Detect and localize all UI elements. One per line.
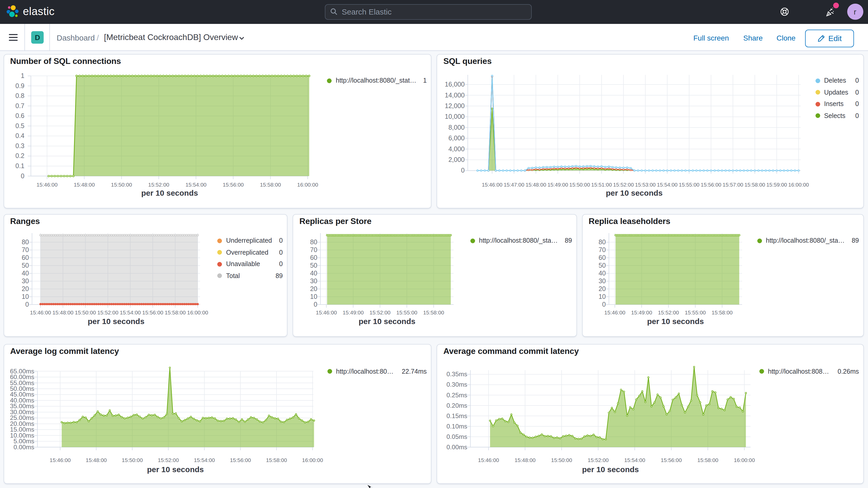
svg-text:8,000: 8,000 bbox=[448, 124, 465, 131]
svg-text:0.4: 0.4 bbox=[15, 132, 24, 139]
svg-text:15:46:00: 15:46:00 bbox=[316, 309, 337, 315]
svg-text:15:54:00: 15:54:00 bbox=[120, 309, 141, 315]
svg-text:15:48:00: 15:48:00 bbox=[525, 182, 546, 188]
svg-text:15:55:00: 15:55:00 bbox=[684, 309, 706, 315]
svg-text:0.20ms: 0.20ms bbox=[446, 402, 467, 409]
svg-text:0.00ms: 0.00ms bbox=[446, 444, 467, 451]
svg-text:12,000: 12,000 bbox=[445, 102, 465, 110]
svg-text:15:59:00: 15:59:00 bbox=[766, 182, 787, 188]
svg-text:4,000: 4,000 bbox=[448, 145, 465, 153]
svg-text:15:51:00: 15:51:00 bbox=[591, 182, 612, 188]
svg-text:15:56:00: 15:56:00 bbox=[230, 457, 251, 463]
svg-text:15:54:00: 15:54:00 bbox=[624, 457, 645, 463]
svg-text:15:58:00: 15:58:00 bbox=[259, 182, 281, 188]
svg-text:20: 20 bbox=[310, 285, 317, 292]
svg-text:14,000: 14,000 bbox=[445, 91, 465, 99]
svg-text:70: 70 bbox=[310, 246, 317, 253]
svg-text:15:46:00: 15:46:00 bbox=[482, 182, 502, 188]
svg-text:15:48:00: 15:48:00 bbox=[86, 457, 106, 463]
svg-text:0.1: 0.1 bbox=[15, 162, 24, 170]
svg-text:15:57:00: 15:57:00 bbox=[723, 182, 743, 188]
svg-text:60: 60 bbox=[598, 254, 606, 261]
svg-text:per 10 seconds: per 10 seconds bbox=[647, 317, 704, 326]
svg-text:15:58:00: 15:58:00 bbox=[697, 457, 718, 463]
svg-text:40: 40 bbox=[598, 270, 606, 277]
svg-text:16:00:00: 16:00:00 bbox=[734, 457, 755, 463]
svg-text:10: 10 bbox=[21, 293, 29, 300]
svg-text:15:54:00: 15:54:00 bbox=[194, 457, 215, 463]
svg-text:2,000: 2,000 bbox=[448, 156, 465, 163]
svg-text:15:56:00: 15:56:00 bbox=[701, 182, 721, 188]
svg-text:15:52:00: 15:52:00 bbox=[370, 309, 391, 315]
svg-text:80: 80 bbox=[21, 238, 29, 246]
svg-text:0: 0 bbox=[461, 166, 465, 174]
svg-text:20: 20 bbox=[598, 285, 606, 292]
svg-text:0.15ms: 0.15ms bbox=[446, 413, 467, 419]
svg-text:15:55:00: 15:55:00 bbox=[396, 309, 417, 315]
svg-text:per 10 seconds: per 10 seconds bbox=[359, 317, 415, 326]
svg-text:per 10 seconds: per 10 seconds bbox=[582, 465, 639, 474]
svg-text:0.2: 0.2 bbox=[15, 152, 24, 159]
svg-text:per 10 seconds: per 10 seconds bbox=[606, 189, 662, 197]
svg-text:0.5: 0.5 bbox=[15, 122, 24, 129]
svg-text:0: 0 bbox=[314, 301, 317, 308]
svg-text:30: 30 bbox=[310, 277, 317, 284]
svg-text:0: 0 bbox=[21, 172, 24, 180]
svg-text:15:46:00: 15:46:00 bbox=[36, 182, 57, 188]
svg-text:15:54:00: 15:54:00 bbox=[657, 182, 678, 188]
svg-text:0.05ms: 0.05ms bbox=[446, 433, 467, 440]
svg-text:15:58:00: 15:58:00 bbox=[164, 309, 186, 315]
svg-text:70: 70 bbox=[598, 246, 606, 253]
svg-text:0.3: 0.3 bbox=[15, 142, 24, 149]
svg-text:70: 70 bbox=[21, 246, 29, 253]
svg-text:0.10ms: 0.10ms bbox=[446, 423, 467, 430]
svg-text:10,000: 10,000 bbox=[445, 113, 465, 120]
svg-text:0: 0 bbox=[25, 301, 29, 308]
svg-text:15:58:00: 15:58:00 bbox=[711, 309, 732, 315]
svg-text:15:49:00: 15:49:00 bbox=[343, 309, 364, 315]
svg-text:15:49:00: 15:49:00 bbox=[548, 182, 568, 188]
svg-text:15:50:00: 15:50:00 bbox=[551, 457, 572, 463]
svg-text:15:47:00: 15:47:00 bbox=[504, 182, 524, 188]
svg-text:15:52:00: 15:52:00 bbox=[658, 309, 679, 315]
svg-text:15:49:00: 15:49:00 bbox=[631, 309, 652, 315]
svg-text:15:52:00: 15:52:00 bbox=[613, 182, 633, 188]
svg-text:40: 40 bbox=[21, 270, 29, 277]
svg-text:1: 1 bbox=[21, 72, 24, 79]
svg-text:15:50:00: 15:50:00 bbox=[122, 457, 143, 463]
svg-text:0: 0 bbox=[602, 301, 606, 308]
svg-text:6,000: 6,000 bbox=[448, 134, 465, 142]
svg-text:50: 50 bbox=[598, 262, 606, 269]
svg-text:per 10 seconds: per 10 seconds bbox=[141, 189, 197, 197]
svg-text:15:52:00: 15:52:00 bbox=[97, 309, 118, 315]
svg-text:0.7: 0.7 bbox=[15, 102, 24, 110]
svg-text:15:48:00: 15:48:00 bbox=[515, 457, 536, 463]
svg-text:15:46:00: 15:46:00 bbox=[604, 309, 625, 315]
svg-text:50: 50 bbox=[310, 262, 317, 269]
svg-text:0.9: 0.9 bbox=[15, 82, 24, 89]
svg-text:15:52:00: 15:52:00 bbox=[148, 182, 169, 188]
svg-text:15:58:00: 15:58:00 bbox=[745, 182, 765, 188]
svg-text:0.35ms: 0.35ms bbox=[446, 370, 467, 377]
svg-text:15:50:00: 15:50:00 bbox=[111, 182, 132, 188]
svg-text:20: 20 bbox=[21, 285, 29, 292]
svg-text:30: 30 bbox=[21, 277, 29, 284]
svg-text:15:46:00: 15:46:00 bbox=[478, 457, 499, 463]
svg-text:10: 10 bbox=[310, 293, 317, 300]
svg-text:30: 30 bbox=[598, 277, 606, 284]
svg-text:15:56:00: 15:56:00 bbox=[661, 457, 682, 463]
svg-text:15:48:00: 15:48:00 bbox=[73, 182, 95, 188]
svg-text:15:50:00: 15:50:00 bbox=[569, 182, 590, 188]
svg-text:15:56:00: 15:56:00 bbox=[222, 182, 244, 188]
svg-text:15:50:00: 15:50:00 bbox=[74, 309, 96, 315]
svg-text:80: 80 bbox=[598, 238, 606, 246]
svg-text:0.25ms: 0.25ms bbox=[446, 392, 467, 399]
svg-text:16:00:00: 16:00:00 bbox=[302, 457, 323, 463]
svg-text:40: 40 bbox=[310, 270, 317, 277]
svg-text:15:53:00: 15:53:00 bbox=[635, 182, 656, 188]
svg-text:15:52:00: 15:52:00 bbox=[588, 457, 609, 463]
svg-text:15:58:00: 15:58:00 bbox=[266, 457, 287, 463]
svg-text:16:00:00: 16:00:00 bbox=[297, 182, 318, 188]
svg-text:0.6: 0.6 bbox=[15, 112, 24, 119]
svg-text:15:46:00: 15:46:00 bbox=[50, 457, 70, 463]
